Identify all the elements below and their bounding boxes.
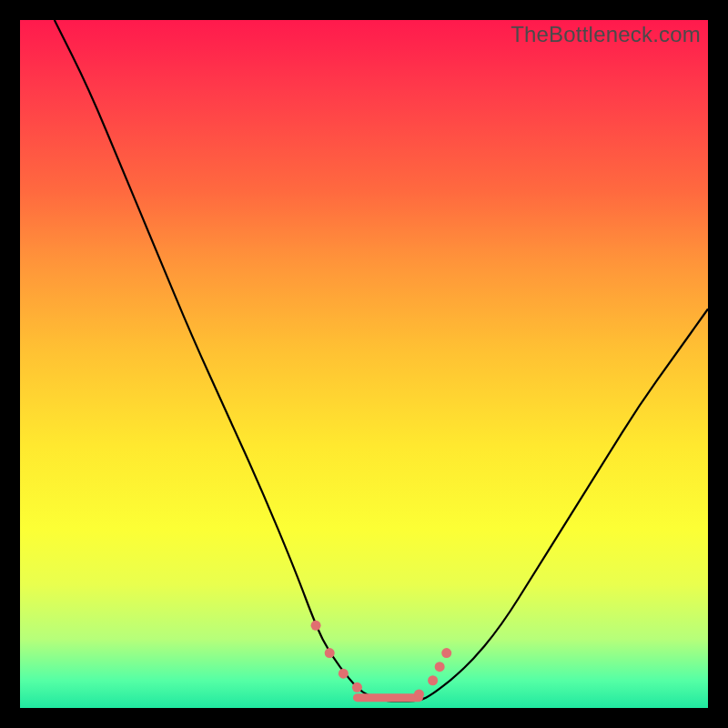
marker-dot <box>325 648 335 658</box>
marker-dot <box>352 682 362 693</box>
chart-frame: TheBottleneck.com <box>20 20 708 708</box>
chart-plot <box>20 20 708 708</box>
marker-dot <box>339 669 349 679</box>
bottleneck-curve <box>55 20 708 701</box>
marker-dot <box>311 621 321 631</box>
marker-dot <box>414 689 424 699</box>
marker-dot <box>435 662 445 672</box>
valley-markers <box>311 621 452 700</box>
marker-dot <box>428 675 438 685</box>
marker-dot <box>441 648 451 658</box>
